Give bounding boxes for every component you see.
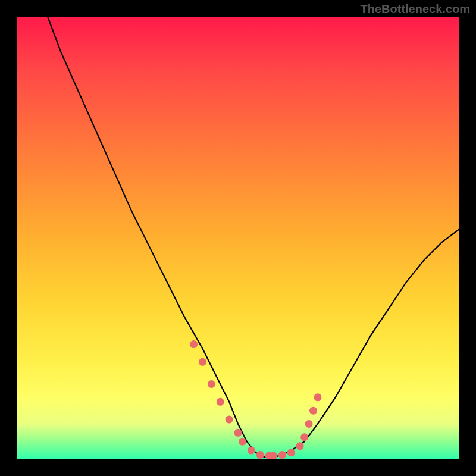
bottleneck-chart-canvas <box>17 17 459 459</box>
chart-plot-area <box>17 17 459 459</box>
watermark-text: TheBottleneck.com <box>361 2 470 16</box>
